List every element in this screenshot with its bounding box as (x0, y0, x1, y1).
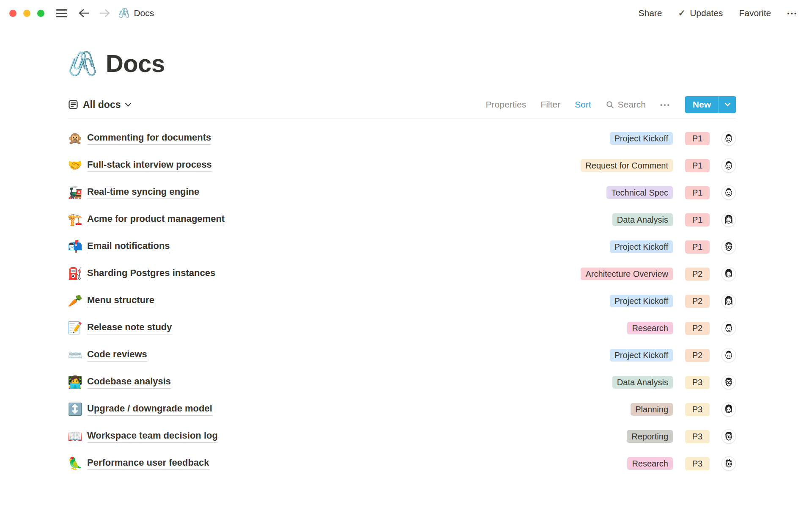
table-row[interactable]: 📝 Release note study Research P2 (68, 315, 736, 342)
updates-button[interactable]: ✓ Updates (678, 8, 723, 18)
avatar[interactable] (721, 375, 736, 389)
tag-pill[interactable]: Data Analysis (612, 376, 673, 389)
tag-pill[interactable]: Project Kickoff (610, 240, 673, 253)
tag-pill[interactable]: Project Kickoff (610, 349, 673, 362)
breadcrumb[interactable]: 🖇️ Docs (118, 8, 154, 18)
table-row[interactable]: ⌨️ Code reviews Project Kickoff P2 (68, 342, 736, 369)
view-switcher[interactable]: All docs (68, 99, 132, 110)
priority-pill[interactable]: P1 (685, 240, 710, 254)
doc-emoji-icon: 📝 (68, 322, 87, 334)
table-row[interactable]: 🚂 Real-time syncing engine Technical Spe… (68, 179, 736, 206)
properties-button[interactable]: Properties (486, 99, 527, 110)
avatar[interactable] (721, 267, 736, 281)
avatar[interactable] (721, 456, 736, 471)
table-row[interactable]: 👩‍💻 Codebase analysis Data Analysis P3 (68, 369, 736, 396)
breadcrumb-paperclip-icon: 🖇️ (118, 8, 129, 18)
table-row[interactable]: 🤝 Full-stack interview process Request f… (68, 152, 736, 179)
page-title[interactable]: Docs (106, 49, 165, 77)
priority-pill[interactable]: P2 (685, 268, 710, 281)
table-row[interactable]: 🙊 Commenting for documents Project Kicko… (68, 125, 736, 152)
back-icon[interactable] (77, 7, 90, 19)
avatar[interactable] (721, 294, 736, 308)
tag-pill[interactable]: Planning (631, 403, 673, 416)
priority-pill[interactable]: P1 (685, 132, 710, 145)
tag-pill[interactable]: Reporting (627, 430, 673, 443)
filter-button[interactable]: Filter (540, 99, 560, 110)
avatar[interactable] (721, 429, 736, 444)
forward-icon[interactable] (99, 7, 111, 19)
view-label: All docs (83, 99, 121, 110)
avatar[interactable] (721, 321, 736, 335)
avatar[interactable] (721, 213, 736, 227)
avatar[interactable] (721, 158, 736, 173)
priority-pill[interactable]: P1 (685, 186, 710, 199)
favorite-button[interactable]: Favorite (739, 8, 771, 18)
zoom-window-button[interactable] (37, 10, 44, 17)
doc-emoji-icon: ↕️ (68, 403, 87, 415)
page-header: 🖇️ Docs (68, 49, 736, 77)
priority-pill[interactable]: P2 (685, 322, 710, 335)
table-row[interactable]: 📖 Workspace team decision log Reporting … (68, 423, 736, 450)
priority-pill[interactable]: P3 (685, 376, 710, 389)
avatar[interactable] (721, 348, 736, 362)
table-row[interactable]: 🦜 Performance user feedback Research P3 (68, 450, 736, 477)
tag-pill[interactable]: Research (627, 322, 673, 334)
doc-title[interactable]: Sharding Postgres instances (87, 268, 215, 280)
doc-title[interactable]: Commenting for documents (87, 132, 211, 145)
doc-title[interactable]: Performance user feedback (87, 457, 209, 470)
priority-pill[interactable]: P3 (685, 430, 710, 443)
avatar[interactable] (721, 131, 736, 146)
avatar[interactable] (721, 185, 736, 200)
doc-title[interactable]: Real-time syncing engine (87, 186, 199, 199)
tag-pill[interactable]: Technical Spec (606, 186, 673, 199)
close-window-button[interactable] (9, 10, 16, 17)
tag-pill[interactable]: Data Analysis (612, 213, 673, 226)
doc-emoji-icon: 🏗️ (68, 214, 87, 226)
more-options-icon[interactable]: ••• (787, 10, 798, 17)
checkmark-icon: ✓ (678, 8, 686, 18)
priority-pill[interactable]: P1 (685, 213, 710, 226)
table-row[interactable]: ↕️ Upgrade / downgrade model Planning P3 (68, 396, 736, 423)
tag-pill[interactable]: Project Kickoff (610, 295, 673, 307)
priority-pill[interactable]: P1 (685, 159, 710, 172)
table-row[interactable]: 🏗️ Acme for product management Data Anal… (68, 206, 736, 233)
share-button[interactable]: Share (639, 8, 662, 18)
page-paperclip-icon[interactable]: 🖇️ (68, 52, 97, 75)
minimize-window-button[interactable] (23, 10, 30, 17)
doc-title[interactable]: Menu structure (87, 295, 154, 307)
doc-title[interactable]: Acme for product management (87, 213, 225, 226)
tag-pill[interactable]: Research (627, 457, 673, 470)
doc-title[interactable]: Workspace team decision log (87, 430, 218, 443)
sort-button[interactable]: Sort (575, 99, 591, 110)
avatar[interactable] (721, 240, 736, 254)
doc-title[interactable]: Full-stack interview process (87, 159, 212, 172)
new-button[interactable]: New (685, 96, 736, 113)
priority-pill[interactable]: P2 (685, 349, 710, 362)
table-row[interactable]: 🥕 Menu structure Project Kickoff P2 (68, 287, 736, 315)
table-row[interactable]: ⛽ Sharding Postgres instances Architectu… (68, 260, 736, 287)
avatar[interactable] (721, 402, 736, 417)
priority-pill[interactable]: P3 (685, 457, 710, 470)
doc-title[interactable]: Release note study (87, 322, 172, 334)
tag-pill[interactable]: Request for Comment (581, 159, 673, 172)
priority-pill[interactable]: P3 (685, 403, 710, 416)
sidebar-menu-icon[interactable] (55, 8, 69, 19)
doc-title[interactable]: Codebase analysis (87, 376, 171, 389)
doc-emoji-icon: 🤝 (68, 160, 87, 171)
table-row[interactable]: 📬 Email notifications Project Kickoff P1 (68, 233, 736, 260)
tag-pill[interactable]: Architecture Overview (581, 268, 673, 280)
view-more-options-icon[interactable]: ••• (660, 101, 671, 108)
doc-title[interactable]: Email notifications (87, 240, 170, 253)
priority-pill[interactable]: P2 (685, 295, 710, 308)
tag-pill[interactable]: Project Kickoff (610, 132, 673, 145)
doc-title[interactable]: Upgrade / downgrade model (87, 403, 212, 416)
new-button-label[interactable]: New (685, 96, 719, 113)
search-label: Search (618, 99, 646, 110)
window-chrome: 🖇️ Docs Share ✓ Updates Favorite ••• (0, 0, 812, 26)
list-view-icon (68, 99, 79, 110)
search-button[interactable]: Search (606, 99, 646, 110)
search-icon (606, 100, 614, 109)
doc-emoji-icon: ⌨️ (68, 349, 87, 361)
doc-title[interactable]: Code reviews (87, 349, 147, 362)
new-dropdown-icon[interactable] (719, 96, 736, 113)
